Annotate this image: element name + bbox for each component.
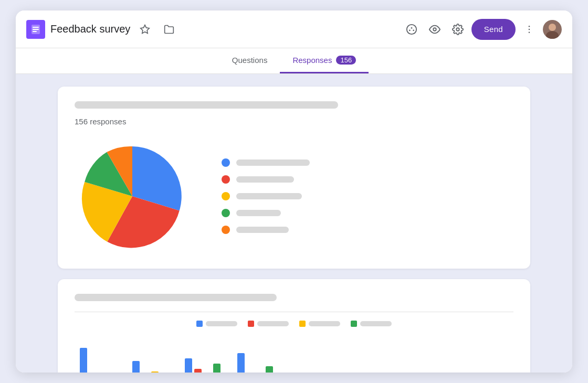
bar-legend-dot-red <box>248 321 254 327</box>
bar-3-red <box>194 369 202 373</box>
svg-point-5 <box>407 24 416 34</box>
folder-icon[interactable] <box>160 20 178 39</box>
bar-1-blue <box>80 348 87 373</box>
bar-group-1 <box>80 348 116 373</box>
bar-legend-label-3 <box>309 321 340 326</box>
svg-rect-1 <box>33 27 39 28</box>
svg-point-8 <box>413 29 414 31</box>
app-window: Feedback survey <box>16 10 572 373</box>
bar-3-blue <box>185 358 192 373</box>
bar-legend-item-2 <box>248 321 289 327</box>
bar-chart <box>75 337 513 373</box>
pie-chart-card: 156 responses <box>58 87 530 269</box>
card1-top-bar <box>75 101 338 109</box>
legend-item-4 <box>222 209 310 217</box>
form-icon <box>26 20 45 39</box>
legend-dot-green <box>222 209 230 217</box>
header-right: Send <box>402 19 562 40</box>
legend-item-2 <box>222 175 310 184</box>
svg-point-7 <box>411 27 412 28</box>
legend-item-1 <box>222 158 310 167</box>
bar-chart-card <box>58 279 530 373</box>
more-icon[interactable] <box>520 20 539 39</box>
svg-point-11 <box>529 25 530 27</box>
legend-dot-orange <box>222 226 230 234</box>
svg-point-6 <box>409 29 411 31</box>
bar-2-yellow <box>151 371 159 373</box>
bar-legend-dot-yellow <box>299 321 306 327</box>
header-left: Feedback survey <box>26 20 402 39</box>
settings-icon[interactable] <box>448 20 467 39</box>
legend-bar-2 <box>236 176 294 183</box>
legend-bar-1 <box>236 159 310 166</box>
pie-chart <box>75 139 190 254</box>
legend-item-5 <box>222 226 310 234</box>
card2-divider <box>75 312 513 312</box>
bar-legend <box>75 321 513 327</box>
bar-legend-item-1 <box>196 321 237 327</box>
bar-legend-label-4 <box>360 321 392 326</box>
palette-icon[interactable] <box>402 20 421 39</box>
pie-legend <box>222 158 310 234</box>
send-button[interactable]: Send <box>471 19 516 40</box>
svg-point-10 <box>456 28 459 31</box>
card2-top-bar <box>75 294 277 301</box>
star-icon[interactable] <box>135 20 154 39</box>
bar-legend-item-3 <box>299 321 340 327</box>
header: Feedback survey <box>16 10 572 48</box>
bar-group-2 <box>132 361 168 373</box>
bar-legend-dot-green <box>351 321 357 327</box>
bar-group-4 <box>237 353 273 373</box>
svg-point-13 <box>529 31 530 33</box>
responses-badge: 156 <box>336 56 356 65</box>
bar-legend-label-1 <box>206 321 237 326</box>
legend-item-3 <box>222 192 310 200</box>
bar-4-green <box>266 366 273 373</box>
svg-rect-2 <box>33 29 39 30</box>
legend-bar-5 <box>236 227 289 233</box>
avatar[interactable] <box>543 20 562 39</box>
legend-bar-3 <box>236 193 302 199</box>
legend-dot-yellow <box>222 192 230 200</box>
bar-4-blue <box>237 353 245 373</box>
svg-marker-4 <box>141 25 150 33</box>
tabs: Questions Responses 156 <box>16 48 572 74</box>
chart-area <box>75 139 513 254</box>
tab-responses[interactable]: Responses 156 <box>280 48 369 73</box>
bar-legend-item-4 <box>351 321 392 327</box>
legend-dot-red <box>222 175 230 184</box>
preview-icon[interactable] <box>425 20 444 39</box>
svg-rect-3 <box>33 31 37 32</box>
bar-3-green <box>213 364 220 373</box>
svg-point-12 <box>529 28 530 30</box>
svg-point-15 <box>549 24 556 31</box>
legend-dot-blue <box>222 158 230 167</box>
tab-questions[interactable]: Questions <box>219 48 280 73</box>
bar-legend-label-2 <box>257 321 289 326</box>
svg-point-9 <box>433 28 436 31</box>
bar-2-blue <box>132 361 140 373</box>
bar-legend-dot-blue <box>196 321 203 327</box>
main-content: 156 responses <box>16 74 572 373</box>
bar-group-3 <box>185 358 220 373</box>
response-count: 156 responses <box>75 117 513 126</box>
legend-bar-4 <box>236 210 281 216</box>
page-title: Feedback survey <box>50 23 130 35</box>
